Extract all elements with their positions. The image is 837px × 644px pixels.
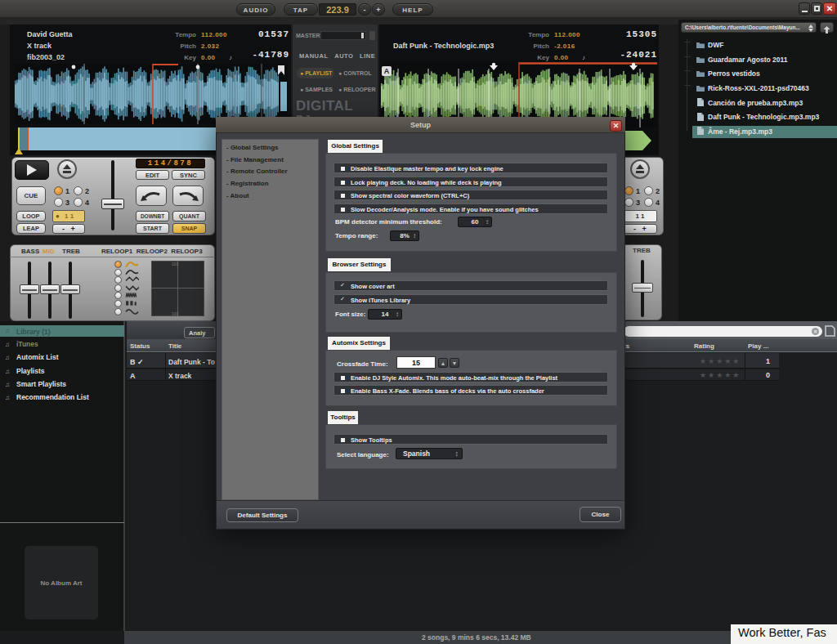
svg-text:A: A	[384, 67, 390, 75]
